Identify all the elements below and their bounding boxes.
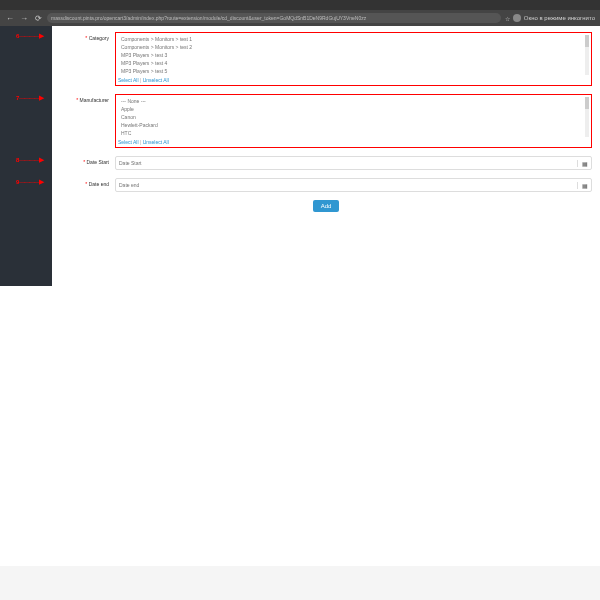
address-bar: ← → ⟳ massdiscount.pinta.pro/opencart3/a… <box>0 10 600 26</box>
list-item[interactable]: MP3 Players > test 3 <box>118 51 589 59</box>
list-item[interactable]: Apple <box>118 105 589 113</box>
list-item[interactable]: MP3 Players > test 5 <box>118 67 589 75</box>
list-item[interactable]: --- None --- <box>118 97 589 105</box>
scrollbar[interactable] <box>585 35 589 75</box>
profile-label: Окно в режиме инкогнито <box>524 15 595 21</box>
list-item[interactable]: Hewlett-Packard <box>118 121 589 129</box>
category-label: * Category <box>60 32 115 41</box>
manufacturer-label: * Manufacturer <box>60 94 115 103</box>
calendar-icon[interactable]: ▦ <box>577 182 591 189</box>
list-item[interactable]: HTC <box>118 129 589 137</box>
unselect-all-link[interactable]: Unselect All <box>143 77 169 83</box>
url-field[interactable]: massdiscount.pinta.pro/opencart3/admin/i… <box>47 13 501 23</box>
forward-icon[interactable]: → <box>19 14 29 23</box>
list-item[interactable]: Components > Monitors > test 1 <box>118 35 589 43</box>
reload-icon[interactable]: ⟳ <box>33 14 43 23</box>
incognito-icon[interactable] <box>513 14 521 22</box>
list-item[interactable]: MP3 Players > test 4 <box>118 59 589 67</box>
category-listbox[interactable]: Components > Monitors > test 1 Component… <box>115 32 592 86</box>
list-item[interactable]: Components > Monitors > test 2 <box>118 43 589 51</box>
back-icon[interactable]: ← <box>5 14 15 23</box>
date-start-input[interactable]: ▦ <box>115 156 592 170</box>
scrollbar[interactable] <box>585 97 589 137</box>
date-end-label: * Date end <box>60 178 115 187</box>
date-start-label: * Date Start <box>60 156 115 165</box>
select-all-link[interactable]: Select All <box>118 77 139 83</box>
star-icon[interactable]: ☆ <box>505 15 510 22</box>
calendar-icon[interactable]: ▦ <box>577 160 591 167</box>
unselect-all-link[interactable]: Unselect All <box>143 139 169 145</box>
form-panel: 6————▶ * Category Components > Monitors … <box>52 26 600 286</box>
date-end-input[interactable]: ▦ <box>115 178 592 192</box>
select-all-link[interactable]: Select All <box>118 139 139 145</box>
manufacturer-listbox[interactable]: --- None --- Apple Canon Hewlett-Packard… <box>115 94 592 148</box>
list-item[interactable]: Canon <box>118 113 589 121</box>
add-button[interactable]: Add <box>313 200 340 212</box>
